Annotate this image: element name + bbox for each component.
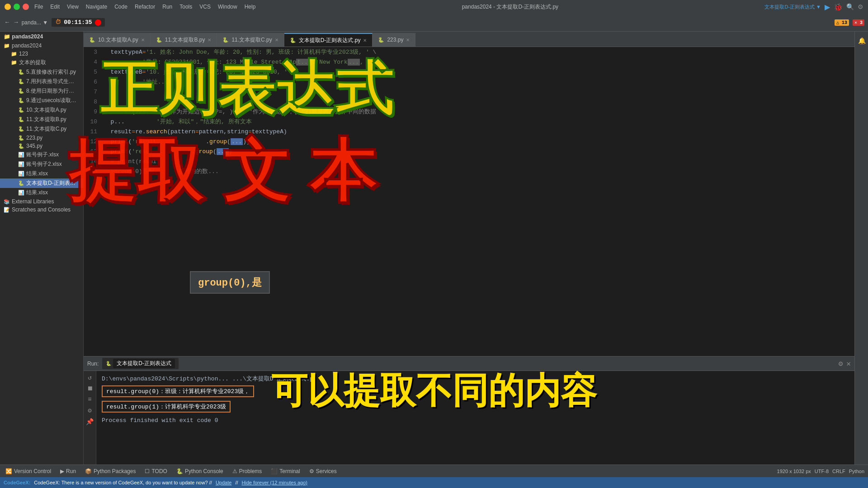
run-side-toolbar: ↺ ⏹ ≡ ⚙ 📌 bbox=[84, 371, 96, 465]
sidebar-item[interactable]: 📁pandas2024 bbox=[0, 42, 83, 50]
menu-window[interactable]: Window bbox=[218, 4, 237, 10]
warning-count[interactable]: △ 13 bbox=[835, 19, 849, 26]
run-timer: 00:11:35 bbox=[64, 19, 92, 26]
sidebar-item[interactable]: 🐍7.用列表推导式生成列表修改行索... bbox=[0, 77, 83, 86]
notification-text: CodeGeeX: There is a new version of Code… bbox=[34, 480, 212, 485]
sidebar-item[interactable]: 📚External Libraries bbox=[0, 197, 83, 206]
sidebar-item[interactable]: 🐍9.通过usecols读取指定列.py bbox=[0, 96, 83, 105]
rerun-icon[interactable]: ↺ bbox=[88, 374, 91, 381]
tab-todo[interactable]: ☐ TODO bbox=[143, 468, 169, 474]
settings-button[interactable]: ⚙ bbox=[858, 3, 863, 10]
sidebar-item[interactable]: 🐍11.文本提取B.py bbox=[0, 115, 83, 124]
tab-terminal[interactable]: ⬛ Terminal bbox=[269, 468, 302, 474]
menu-refactor[interactable]: Refactor bbox=[135, 4, 155, 10]
code-line-15: 15 #group(0)匹配... 括号内的数... bbox=[84, 166, 854, 176]
tab-run[interactable]: ▶ Run bbox=[58, 468, 78, 474]
sidebar-item[interactable]: 🐍223.py bbox=[0, 134, 83, 142]
scroll-icon[interactable]: ≡ bbox=[88, 396, 91, 403]
tab-223[interactable]: 🐍 223.py ✕ bbox=[373, 33, 415, 47]
run-path-line: D:\envs\pandas2024\Scripts\python... ...… bbox=[102, 375, 849, 383]
tab-services[interactable]: ⚙ Services bbox=[307, 468, 339, 474]
maximize-button[interactable] bbox=[14, 4, 20, 10]
problems-icon: ⚠ bbox=[232, 468, 237, 474]
sidebar-item[interactable]: 🐍8.使用日期形为行产生索引.py bbox=[0, 86, 83, 96]
filter-icon[interactable]: ⚙ bbox=[88, 407, 91, 414]
todo-icon: ☐ bbox=[145, 468, 150, 474]
status-lang: Python bbox=[849, 469, 864, 474]
code-line-10: 10 p... '开始, 和以"，"结束的, 所有文本 bbox=[84, 117, 854, 127]
code-line-9: 9 r'(?2s... '作为开始边界，(?=, )以', '作为终止边界，(.… bbox=[84, 107, 854, 117]
recording-indicator bbox=[95, 19, 101, 26]
minimize-button[interactable] bbox=[5, 4, 11, 10]
bottom-tab-bar: 🔀 Version Control ▶ Run 📦 Python Package… bbox=[0, 465, 868, 477]
error-count[interactable]: ✕ 3 bbox=[853, 19, 864, 26]
tab-python-packages[interactable]: 📦 Python Packages bbox=[83, 468, 137, 474]
menu-navigate[interactable]: Navigate bbox=[86, 4, 107, 10]
tab-python-console[interactable]: 🐍 Python Console bbox=[175, 468, 225, 474]
sidebar-item[interactable]: 🐍文本提取D-正则表达式.py bbox=[0, 178, 83, 188]
stop-icon[interactable]: ⏹ bbox=[87, 385, 93, 392]
tab-version-control[interactable]: 🔀 Version Control bbox=[4, 468, 53, 474]
output-exit: Process finished with exit code 0 bbox=[102, 417, 849, 424]
run-panel: Run: 🐍 文本提取D-正则表达式 ⚙ ✕ ↺ ⏹ ≡ ⚙ bbox=[84, 356, 854, 465]
python-console-icon: 🐍 bbox=[176, 468, 183, 474]
code-line-5: 5 texttypeB='10. 姓名: 林星辰, 年纪: 20, ...23-… bbox=[84, 67, 854, 77]
sidebar-item[interactable]: 🐍5.直接修改行索引.py bbox=[0, 67, 83, 77]
search-button[interactable]: 🔍 bbox=[846, 3, 854, 10]
notifications-icon[interactable]: 🔔 bbox=[858, 35, 865, 47]
back-button[interactable]: ← bbox=[4, 18, 11, 27]
run-tab[interactable]: 文本提取D-正则表达式 bbox=[113, 359, 175, 368]
sidebar-item[interactable]: 📊结果.xlsx bbox=[0, 188, 83, 197]
code-line-13: 13 print('resul... .group(...) bbox=[84, 146, 854, 156]
update-link[interactable]: Update bbox=[216, 480, 231, 485]
editor-tab-bar: 🐍 10.文本提取A.py ✕ 🐍 11.文本提取B.py ✕ 🐍 11.文本提… bbox=[84, 32, 854, 47]
output-group0: result.group(0)：班级：计算机科学专业2023级， bbox=[102, 385, 849, 398]
sidebar-item[interactable]: 🐍10.文本提取A.py bbox=[0, 105, 83, 115]
content-area: 📁 pandas2024 📁pandas2024📁123📁文本的提取🐍5.直接修… bbox=[0, 32, 868, 465]
menu-edit[interactable]: Edit bbox=[50, 4, 60, 10]
sidebar-item[interactable]: 📊账号例子2.xlsx bbox=[0, 160, 83, 169]
sidebar-item[interactable]: 🐍345.py bbox=[0, 142, 83, 150]
sidebar-item[interactable]: 📊结果.xlsx bbox=[0, 169, 83, 178]
pin-icon[interactable]: 📌 bbox=[86, 418, 94, 426]
right-sidebar: 🔔 bbox=[854, 32, 868, 465]
code-line-4: 4 '学号: CS20231001, 住址: 123 Maple Street,… bbox=[84, 57, 854, 67]
sidebar-item[interactable]: 📊账号例子.xlsx bbox=[0, 150, 83, 160]
code-line-6: 6 '地址... bbox=[84, 77, 854, 87]
codegeeX-logo: CodeGeeX: bbox=[4, 480, 30, 485]
dismiss-link[interactable]: Hide forever (12 minutes ago) bbox=[242, 480, 308, 485]
menu-run[interactable]: Run bbox=[162, 4, 172, 10]
menu-file[interactable]: File bbox=[34, 4, 43, 10]
sidebar-item[interactable]: 📁文本的提取 bbox=[0, 58, 83, 67]
menu-view[interactable]: View bbox=[67, 4, 79, 10]
terminal-icon: ⬛ bbox=[271, 468, 278, 474]
run-toolbar: Run: 🐍 文本提取D-正则表达式 ⚙ ✕ bbox=[84, 357, 854, 371]
run-config-selector[interactable]: 文本提取D-正则表达式 ▼ bbox=[764, 4, 821, 10]
close-button[interactable] bbox=[23, 4, 29, 10]
debug-button[interactable]: 🐞 bbox=[834, 3, 843, 11]
sidebar-item[interactable]: 🐍11.文本提取C.py bbox=[0, 124, 83, 134]
code-line-3: 3 texttypeA='1. 姓名: John Doe, 年龄: 20, 性别… bbox=[84, 47, 854, 57]
menu-help[interactable]: Help bbox=[245, 4, 256, 10]
tab-文本提取D[interactable]: 🐍 文本提取D-正则表达式.py ✕ bbox=[284, 33, 373, 47]
code-line-12: 12 print('result... .group(...)) bbox=[84, 136, 854, 146]
tab-文本提取A[interactable]: 🐍 10.文本提取A.py ✕ bbox=[84, 33, 151, 47]
run-button[interactable]: ▶ bbox=[825, 3, 830, 11]
code-line-8: 8 bbox=[84, 97, 854, 107]
menu-code[interactable]: Code bbox=[114, 4, 127, 10]
sidebar-item[interactable]: 📁123 bbox=[0, 50, 83, 58]
tab-文本提取B[interactable]: 🐍 11.文本提取B.py ✕ bbox=[151, 33, 217, 47]
settings-icon[interactable]: ⚙ bbox=[839, 359, 843, 368]
project-selector[interactable]: panda... ▼ bbox=[22, 19, 48, 26]
forward-button[interactable]: → bbox=[13, 18, 20, 27]
tab-problems[interactable]: ⚠ Problems bbox=[231, 468, 264, 474]
close-run-icon[interactable]: ✕ bbox=[846, 359, 851, 368]
code-editor[interactable]: 3 texttypeA='1. 姓名: John Doe, 年龄: 20, 性别… bbox=[84, 47, 854, 356]
sidebar-item[interactable]: 📝Scratches and Consoles bbox=[0, 206, 83, 214]
menu-tools[interactable]: Tools bbox=[179, 4, 192, 10]
tab-文本提取C[interactable]: 🐍 11.文本提取C.py ✕ bbox=[217, 33, 284, 47]
output-group1: result.group(1)：计算机科学专业2023级 bbox=[102, 400, 849, 413]
project-sidebar: 📁 pandas2024 📁pandas2024📁123📁文本的提取🐍5.直接修… bbox=[0, 32, 84, 465]
menu-vcs[interactable]: VCS bbox=[199, 4, 211, 10]
status-dimensions: 1920 x 1032 px bbox=[777, 469, 811, 474]
